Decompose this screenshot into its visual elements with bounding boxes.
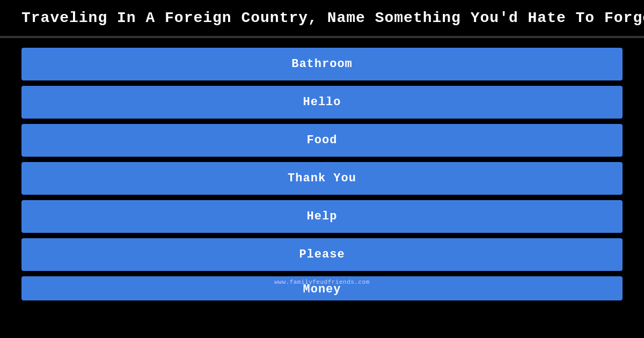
question-text: Traveling In A Foreign Country, Name Som… [21, 10, 644, 26]
answer-bar: Thank You [21, 162, 623, 195]
header: Traveling In A Foreign Country, Name Som… [0, 0, 644, 36]
answer-bar: Help [21, 200, 623, 233]
answer-label: Help [307, 210, 338, 223]
answer-bar: www.familyfeudfriends.comMoney [21, 276, 623, 300]
answer-label: Bathroom [291, 57, 353, 71]
answer-bar: Please [21, 238, 623, 271]
answers-container: BathroomHelloFoodThank YouHelpPleasewww.… [0, 38, 644, 306]
answer-label: Hello [303, 95, 341, 109]
answer-bar: Hello [21, 86, 623, 119]
answer-bar: Bathroom [21, 48, 623, 80]
answer-label: Thank You [288, 172, 356, 185]
answer-bar: Food [21, 124, 623, 157]
answer-label: Please [299, 248, 345, 261]
answer-label: Food [307, 134, 338, 147]
watermark: www.familyfeudfriends.com [274, 279, 370, 285]
